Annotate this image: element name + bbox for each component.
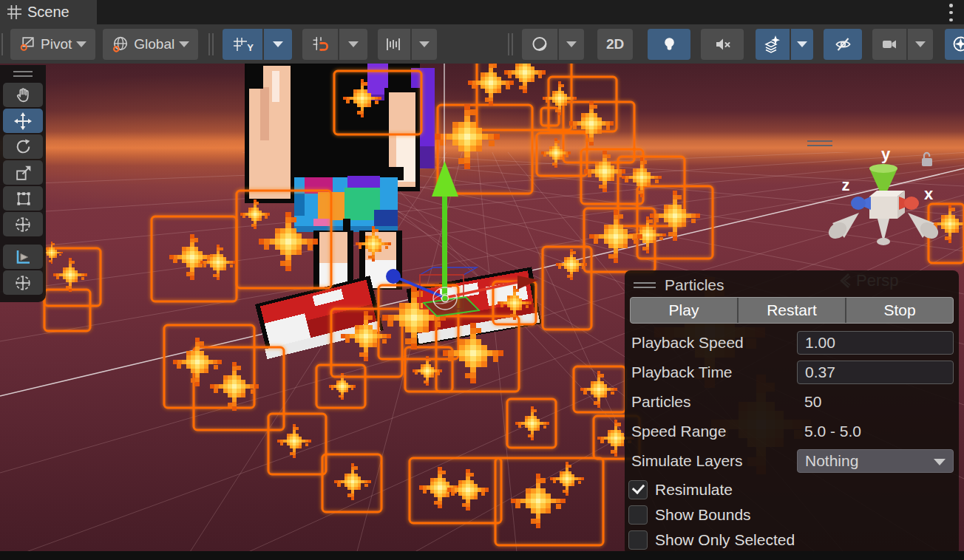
gizmos-sphere-icon <box>951 35 964 53</box>
toolbar-divider <box>1 33 3 55</box>
show-only-selected-checkbox-row[interactable]: Show Only Selected <box>628 529 795 551</box>
particle-panel-handle[interactable] <box>634 282 656 288</box>
particle-count-label: Particles <box>630 393 691 411</box>
effects-toggle[interactable] <box>756 29 790 60</box>
audio-mute-toggle[interactable] <box>701 29 744 60</box>
tab-scene[interactable]: Scene <box>0 0 97 24</box>
y-axis-handle[interactable] <box>442 194 447 300</box>
grid-visibility-group: Y <box>223 29 292 60</box>
playback-time-label: Playback Time <box>630 363 733 381</box>
scene-visibility-toggle[interactable] <box>824 29 862 60</box>
increment-ruler-icon <box>384 36 404 52</box>
tool-rect[interactable] <box>3 186 43 211</box>
x-axis-label: x <box>924 185 934 203</box>
speed-range-value: 5.0 - 5.0 <box>797 420 954 443</box>
resimulate-checkbox-row[interactable]: Resimulate <box>628 479 733 501</box>
chevron-down-icon <box>419 41 430 47</box>
particle-count-value: 50 <box>797 390 954 414</box>
chevron-down-icon <box>76 41 86 47</box>
camera-group <box>872 29 933 60</box>
simulate-layers-row: Simulate Layers Nothing <box>630 449 954 473</box>
tool-transform[interactable] <box>3 212 43 236</box>
show-bounds-checkbox-row[interactable]: Show Bounds <box>628 504 751 526</box>
particle-panel-header: Particles <box>634 276 724 294</box>
hand-icon <box>14 86 33 104</box>
toolbar-divider <box>208 33 210 55</box>
grid-tab-icon <box>7 5 21 19</box>
restart-button[interactable]: Restart <box>737 298 845 323</box>
move-icon <box>13 112 33 131</box>
tool-rotate[interactable] <box>3 134 43 159</box>
window-bottom-edge <box>0 551 964 560</box>
light-bulb-icon <box>661 35 678 52</box>
playback-buttons: Play Restart Stop <box>630 297 954 324</box>
grid-visibility-toggle[interactable]: Y <box>223 29 262 60</box>
gizmo-cube[interactable] <box>869 197 897 219</box>
orientation-gizmo-overlay: y z x Persp <box>803 134 962 293</box>
show-bounds-checkbox[interactable] <box>628 505 648 525</box>
tools-overlay-handle[interactable] <box>13 71 33 77</box>
pivot-mode-dropdown[interactable]: Pivot <box>10 29 95 60</box>
effects-sparkle-icon <box>763 35 782 54</box>
tool-particle-edit[interactable] <box>3 245 43 269</box>
speed-range-label: Speed Range <box>630 423 726 440</box>
particle-panel-title: Particles <box>665 276 724 294</box>
shading-mode-dropdown[interactable] <box>559 29 584 60</box>
grid-snapping-dropdown[interactable] <box>339 29 367 60</box>
show-only-selected-checkbox[interactable] <box>628 530 648 550</box>
camera-icon <box>880 36 899 52</box>
grid-snapping-toggle[interactable] <box>302 29 338 60</box>
window-menu-kebab-icon[interactable] <box>949 4 954 21</box>
particle-effect-panel: Particles Play Restart Stop Playback Spe… <box>625 270 959 556</box>
playback-time-row: Playback Time 0.37 <box>630 361 954 384</box>
playback-speed-field[interactable]: 1.00 <box>797 331 954 355</box>
chevron-down-icon <box>273 41 283 47</box>
gizmos-group <box>945 29 964 60</box>
tool-custom-transform[interactable] <box>3 270 43 295</box>
global-label: Global <box>134 36 174 52</box>
y-axis-label: y <box>881 145 891 163</box>
scene-lighting-toggle[interactable] <box>648 29 690 60</box>
snap-increment-group <box>378 29 437 60</box>
2d-toggle-button[interactable]: 2D <box>597 29 633 60</box>
rotate-icon <box>14 137 33 156</box>
stop-button[interactable]: Stop <box>845 298 953 323</box>
snap-magnet-icon <box>311 35 330 53</box>
playback-time-field[interactable]: 0.37 <box>797 361 954 384</box>
z-axis-label: z <box>842 176 850 194</box>
pivot-icon <box>19 35 36 52</box>
snap-increment-button[interactable] <box>378 29 410 60</box>
shading-mode-button[interactable] <box>522 29 557 60</box>
camera-dropdown[interactable] <box>908 29 933 60</box>
camera-settings-button[interactable] <box>872 29 906 60</box>
toolbar-divider <box>508 33 509 55</box>
effects-dropdown[interactable] <box>791 29 813 60</box>
tab-scene-label: Scene <box>27 4 69 21</box>
play-button[interactable]: Play <box>631 298 737 323</box>
chevron-down-icon <box>915 41 926 47</box>
tool-view-hand[interactable] <box>3 83 43 107</box>
simulate-layers-dropdown[interactable]: Nothing <box>797 449 954 473</box>
snap-increment-dropdown[interactable] <box>412 29 437 60</box>
pivot-label: Pivot <box>41 36 72 52</box>
chevron-down-icon <box>348 41 359 47</box>
scene-viewport[interactable]: y z x Persp Particles <box>0 64 964 560</box>
speed-range-row: Speed Range 5.0 - 5.0 <box>630 420 954 443</box>
transform-icon <box>13 273 33 293</box>
gizmos-toggle[interactable] <box>945 29 964 60</box>
playback-speed-label: Playback Speed <box>630 334 744 352</box>
tools-overlay <box>0 65 46 302</box>
particle-count-row: Particles 50 <box>630 390 954 414</box>
tool-move[interactable] <box>3 109 43 133</box>
global-icon <box>112 35 129 53</box>
handle-orientation-dropdown[interactable]: Global <box>103 29 198 60</box>
shaded-sphere-icon <box>531 35 549 53</box>
effects-group <box>756 29 813 60</box>
unlock-icon[interactable] <box>920 151 934 168</box>
chevron-down-icon <box>566 41 577 47</box>
scale-icon <box>14 163 33 182</box>
resimulate-label: Resimulate <box>655 481 733 499</box>
grid-visibility-dropdown[interactable] <box>264 29 292 60</box>
tool-scale[interactable] <box>3 160 43 185</box>
resimulate-checkbox[interactable] <box>628 480 648 499</box>
